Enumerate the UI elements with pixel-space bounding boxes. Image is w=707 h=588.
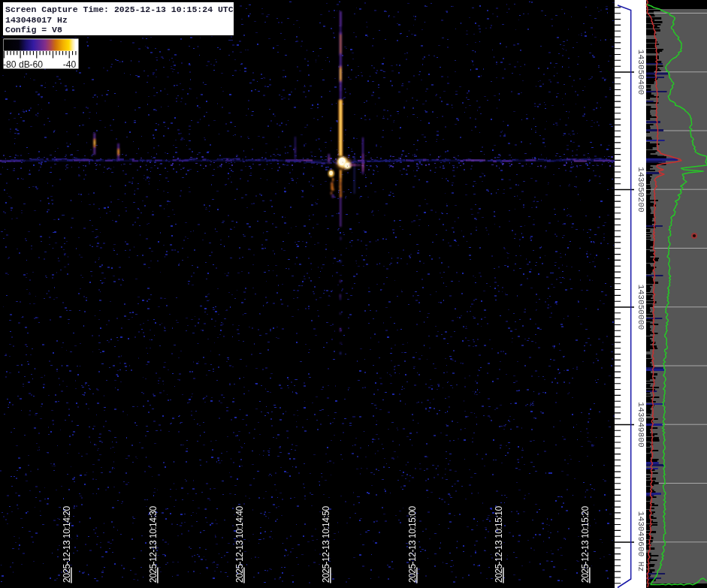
- svg-text:Screen Capture Time: 2025-12-1: Screen Capture Time: 2025-12-13 10:15:24…: [5, 5, 234, 14]
- svg-text:143049600 Hz: 143049600 Hz: [636, 511, 645, 572]
- svg-text:143048017 Hz: 143048017 Hz: [5, 15, 68, 25]
- svg-text:-80 dB: -80 dB: [3, 59, 30, 70]
- svg-text:2025-12-13 10:15:10: 2025-12-13 10:15:10: [494, 506, 504, 583]
- svg-text:143050000: 143050000: [636, 285, 645, 330]
- svg-text:143049800: 143049800: [636, 402, 645, 448]
- svg-text:143050200: 143050200: [636, 167, 645, 213]
- svg-text:2025-12-13 10:15:20: 2025-12-13 10:15:20: [580, 506, 591, 583]
- svg-text:2025-12-13 10:14:30: 2025-12-13 10:14:30: [148, 506, 159, 583]
- svg-text:2025-12-13 10:15:00: 2025-12-13 10:15:00: [407, 506, 418, 583]
- svg-text:2025-12-13 10:14:50: 2025-12-13 10:14:50: [321, 506, 331, 583]
- svg-text:-60: -60: [29, 59, 43, 70]
- svg-text:2025-12-13 10:14:40: 2025-12-13 10:14:40: [234, 506, 245, 583]
- svg-text:-40: -40: [63, 59, 77, 70]
- svg-text:Config = V8: Config = V8: [5, 25, 62, 35]
- svg-text:2025-12-13 10:14:20: 2025-12-13 10:14:20: [62, 506, 72, 583]
- svg-text:143050400: 143050400: [636, 50, 645, 95]
